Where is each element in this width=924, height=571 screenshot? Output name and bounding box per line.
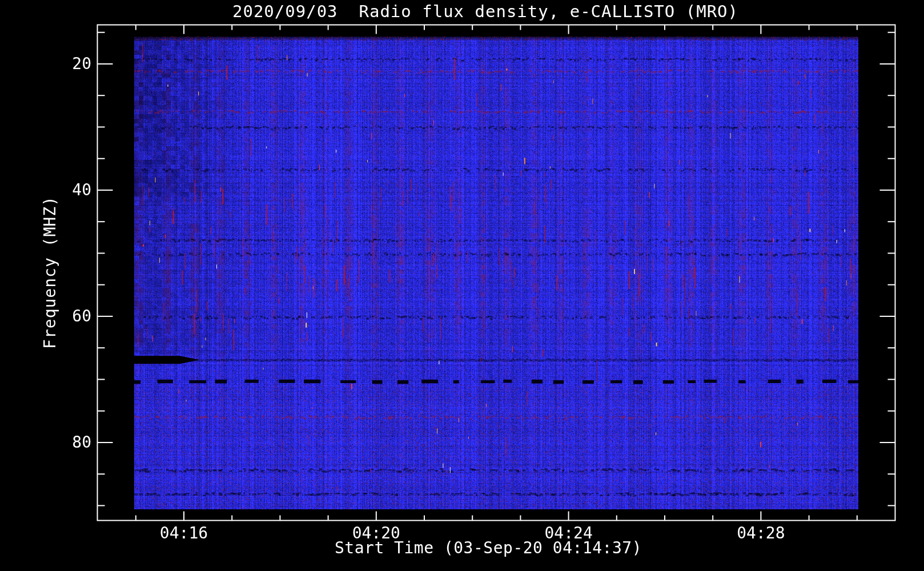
y-tick-label: 80 <box>72 435 91 451</box>
plot-title: 2020/09/03 Radio flux density, e-CALLIST… <box>232 3 738 20</box>
spectrogram-canvas <box>134 37 858 509</box>
y-tick-label: 40 <box>72 182 91 198</box>
spectrogram-figure: 2020/09/03 Radio flux density, e-CALLIST… <box>0 0 924 571</box>
x-tick-label: 04:24 <box>544 525 592 541</box>
x-tick-label: 04:28 <box>737 525 785 541</box>
y-tick-label: 20 <box>72 56 91 72</box>
y-tick-label: 60 <box>72 308 91 324</box>
x-tick-label: 04:16 <box>160 525 208 541</box>
x-tick-label: 04:20 <box>352 525 400 541</box>
y-axis-title: Frequency (MHZ) <box>42 196 58 349</box>
x-axis-title: Start Time (03-Sep-20 04:14:37) <box>335 540 642 556</box>
